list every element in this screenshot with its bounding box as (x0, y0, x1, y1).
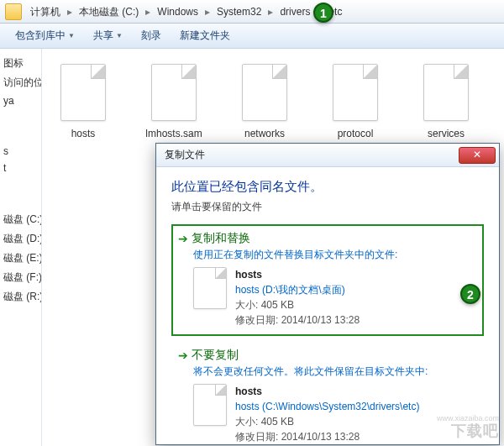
file-path: hosts (D:\我的文档\桌面) (235, 282, 360, 297)
sidebar-item[interactable]: t (0, 160, 41, 176)
crumb-windows[interactable]: Windows (152, 3, 203, 21)
crumb-computer[interactable]: 计算机 (25, 3, 66, 21)
document-icon (242, 64, 287, 121)
dialog-title-text: 复制文件 (165, 148, 205, 162)
option-copy-replace[interactable]: ➔复制和替换 使用正在复制的文件替换目标文件夹中的文件: hosts hosts… (171, 224, 484, 336)
burn-button[interactable]: 刻录 (133, 25, 170, 46)
crumb-sep: ▸ (203, 6, 212, 18)
option-title: 复制和替换 (192, 231, 250, 246)
crumb-system32[interactable]: System32 (212, 3, 266, 21)
crumb-drivers[interactable]: drivers (275, 3, 315, 21)
arrow-icon: ➔ (178, 349, 188, 362)
chevron-down-icon: ▼ (68, 32, 75, 39)
sidebar-drive-c[interactable]: 磁盘 (C:) (0, 210, 41, 229)
file-size: 大小: 405 KB (235, 297, 360, 312)
document-icon (193, 267, 227, 309)
crumb-sep: ▸ (66, 6, 74, 18)
new-folder-button[interactable]: 新建文件夹 (171, 25, 239, 46)
document-icon (151, 64, 197, 121)
file-item-networks[interactable]: networks (232, 64, 297, 139)
nav-sidebar: 图标 访问的位置 ya s t 磁盘 (C:) 磁盘 (D:) 磁盘 (E:) … (0, 49, 42, 446)
option-desc: 使用正在复制的文件替换目标文件夹中的文件: (193, 248, 477, 262)
sidebar-drive-e[interactable]: 磁盘 (E:) (0, 249, 41, 268)
option-desc: 将不会更改任何文件。将此文件保留在目标文件夹中: (193, 365, 477, 379)
file-name: hosts (235, 384, 419, 399)
file-item-protocol[interactable]: protocol (323, 64, 388, 139)
chevron-down-icon: ▼ (116, 32, 123, 39)
folder-icon (5, 3, 22, 20)
sidebar-item[interactable]: 图标 (0, 54, 41, 73)
copy-file-dialog: 复制文件 ✕ 此位置已经包含同名文件。 请单击要保留的文件 ➔复制和替换 使用正… (155, 143, 500, 445)
file-item-hosts[interactable]: hosts (50, 64, 116, 139)
option-dont-copy[interactable]: ➔不要复制 将不会更改任何文件。将此文件保留在目标文件夹中: hosts hos… (171, 341, 484, 446)
option-title: 不要复制 (192, 348, 239, 363)
file-path: hosts (C:\Windows\System32\drivers\etc) (235, 399, 419, 414)
file-date: 修改日期: 2014/10/13 13:28 (235, 312, 360, 328)
crumb-sep: ▸ (266, 6, 275, 18)
crumb-drive-c[interactable]: 本地磁盘 (C:) (74, 3, 144, 21)
sidebar-drive-f[interactable]: 磁盘 (F:) (0, 268, 41, 287)
annotation-marker-1: 1 (313, 3, 333, 23)
dialog-subheading: 请单击要保留的文件 (171, 200, 484, 214)
annotation-marker-2: 2 (460, 284, 480, 304)
crumb-sep: ▸ (144, 6, 152, 18)
document-icon (333, 64, 378, 121)
sidebar-drive-r[interactable]: 磁盘 (R:) (0, 287, 41, 307)
include-in-library-button[interactable]: 包含到库中▼ (7, 25, 83, 46)
dialog-titlebar[interactable]: 复制文件 ✕ (156, 144, 499, 167)
sidebar-drive-d[interactable]: 磁盘 (D:) (0, 229, 41, 249)
file-item-services[interactable]: services (413, 64, 479, 139)
share-button[interactable]: 共享▼ (85, 25, 131, 46)
file-date: 修改日期: 2014/10/13 13:28 (235, 429, 419, 444)
sidebar-item[interactable]: ya (0, 92, 41, 109)
arrow-icon: ➔ (178, 232, 188, 245)
file-name: hosts (235, 267, 360, 282)
document-icon (423, 64, 469, 121)
watermark-text: 下载吧 (451, 421, 499, 441)
file-item-lmhosts[interactable]: lmhosts.sam (141, 64, 207, 139)
close-button[interactable]: ✕ (459, 147, 496, 164)
sidebar-item[interactable]: s (0, 143, 41, 160)
document-icon (193, 384, 227, 426)
file-size: 大小: 405 KB (235, 414, 419, 429)
dialog-heading: 此位置已经包含同名文件。 (171, 179, 484, 195)
toolbar: 包含到库中▼ 共享▼ 刻录 新建文件夹 (0, 24, 504, 49)
sidebar-item[interactable]: 访问的位置 (0, 73, 41, 92)
address-bar: 计算机▸ 本地磁盘 (C:)▸ Windows▸ System32▸ drive… (0, 0, 504, 24)
document-icon (60, 64, 106, 121)
